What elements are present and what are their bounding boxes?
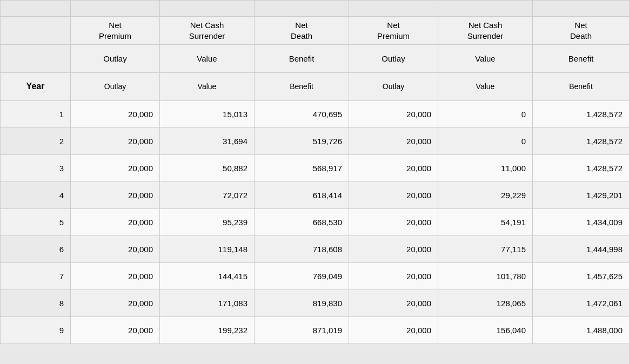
cell-np2: 20,000 <box>349 155 438 182</box>
header-empty-4 <box>349 1 438 17</box>
cell-ncs2: 54,191 <box>438 209 533 236</box>
cell-ncs1: 171,083 <box>160 290 255 317</box>
cell-np1: 20,000 <box>71 263 160 290</box>
header-value-1: Value <box>160 45 255 73</box>
cell-np2: 20,000 <box>349 317 438 344</box>
cell-year: 9 <box>1 317 71 344</box>
header-net-death-1: NetDeath <box>255 17 349 45</box>
cell-year: 1 <box>1 101 71 128</box>
header-benefit-label-1: Benefit <box>255 73 349 101</box>
cell-ndb2: 1,434,009 <box>533 209 630 236</box>
cell-np1: 20,000 <box>71 128 160 155</box>
header-outlay-label-2: Outlay <box>349 73 438 101</box>
cell-ncs2: 0 <box>438 101 533 128</box>
cell-ncs2: 101,780 <box>438 263 533 290</box>
table-wrapper: NetPremium Net CashSurrender NetDeath Ne… <box>0 0 629 344</box>
header-benefit-label-2: Benefit <box>533 73 630 101</box>
table-row: 620,000119,148718,60820,00077,1151,444,9… <box>1 236 630 263</box>
cell-ndb1: 769,049 <box>255 263 349 290</box>
cell-ndb2: 1,428,572 <box>533 155 630 182</box>
cell-ncs1: 144,415 <box>160 263 255 290</box>
header-empty-0 <box>1 1 71 17</box>
financial-table: NetPremium Net CashSurrender NetDeath Ne… <box>0 0 629 344</box>
header-net-premium-1: NetPremium <box>71 17 160 45</box>
cell-ndb1: 568,917 <box>255 155 349 182</box>
cell-ndb1: 668,530 <box>255 209 349 236</box>
cell-np1: 20,000 <box>71 317 160 344</box>
cell-ncs2: 77,115 <box>438 236 533 263</box>
cell-ncs1: 31,694 <box>160 128 255 155</box>
cell-year: 2 <box>1 128 71 155</box>
cell-np1: 20,000 <box>71 290 160 317</box>
cell-year: 5 <box>1 209 71 236</box>
cell-ndb2: 1,457,625 <box>533 263 630 290</box>
table-row: 120,00015,013470,69520,00001,428,572 <box>1 101 630 128</box>
header-net-cash-surrender-1: Net CashSurrender <box>160 17 255 45</box>
table-row: 720,000144,415769,04920,000101,7801,457,… <box>1 263 630 290</box>
table-row: 320,00050,882568,91720,00011,0001,428,57… <box>1 155 630 182</box>
header-year-empty-2 <box>1 45 71 73</box>
header-row-1: NetPremium Net CashSurrender NetDeath Ne… <box>1 17 630 45</box>
cell-ndb1: 819,830 <box>255 290 349 317</box>
header-value-label-1: Value <box>160 73 255 101</box>
cell-np2: 20,000 <box>349 236 438 263</box>
cell-ndb1: 871,019 <box>255 317 349 344</box>
cell-ndb1: 718,608 <box>255 236 349 263</box>
table-body: 120,00015,013470,69520,00001,428,572220,… <box>1 101 630 344</box>
header-outlay-label-1: Outlay <box>71 73 160 101</box>
header-value-2: Value <box>438 45 533 73</box>
cell-year: 8 <box>1 290 71 317</box>
cell-ncs1: 15,013 <box>160 101 255 128</box>
header-benefit-2: Benefit <box>533 45 630 73</box>
table-row: 420,00072,072618,41420,00029,2291,429,20… <box>1 182 630 209</box>
header-net-cash-surrender-2: Net CashSurrender <box>438 17 533 45</box>
header-net-premium-2: NetPremium <box>349 17 438 45</box>
header-empty-1 <box>71 1 160 17</box>
cell-ncs2: 0 <box>438 128 533 155</box>
cell-ndb2: 1,428,572 <box>533 101 630 128</box>
cell-year: 4 <box>1 182 71 209</box>
cell-ndb1: 618,414 <box>255 182 349 209</box>
cell-ncs2: 156,040 <box>438 317 533 344</box>
cell-ndb1: 470,695 <box>255 101 349 128</box>
header-outlay-2: Outlay <box>349 45 438 73</box>
header-outlay-1: Outlay <box>71 45 160 73</box>
cell-year: 3 <box>1 155 71 182</box>
cell-ncs2: 29,229 <box>438 182 533 209</box>
cell-ndb2: 1,488,000 <box>533 317 630 344</box>
cell-ndb2: 1,429,201 <box>533 182 630 209</box>
cell-ndb2: 1,444,998 <box>533 236 630 263</box>
cell-np1: 20,000 <box>71 209 160 236</box>
cell-np2: 20,000 <box>349 101 438 128</box>
cell-year: 7 <box>1 263 71 290</box>
cell-ncs1: 119,148 <box>160 236 255 263</box>
header-row-2: Outlay Value Benefit Outlay Value Benefi… <box>1 45 630 73</box>
cell-np2: 20,000 <box>349 290 438 317</box>
header-year-label: Year <box>1 73 71 101</box>
cell-np1: 20,000 <box>71 182 160 209</box>
table-row: 820,000171,083819,83020,000128,0651,472,… <box>1 290 630 317</box>
header-value-label-2: Value <box>438 73 533 101</box>
cell-ndb2: 1,472,061 <box>533 290 630 317</box>
header-year-empty <box>1 17 71 45</box>
cell-np1: 20,000 <box>71 155 160 182</box>
header-empty-5 <box>438 1 533 17</box>
cell-np2: 20,000 <box>349 209 438 236</box>
cell-ncs1: 95,239 <box>160 209 255 236</box>
cell-ncs2: 11,000 <box>438 155 533 182</box>
cell-ncs2: 128,065 <box>438 290 533 317</box>
cell-ncs1: 50,882 <box>160 155 255 182</box>
cell-np1: 20,000 <box>71 101 160 128</box>
cell-np2: 20,000 <box>349 128 438 155</box>
cell-year: 6 <box>1 236 71 263</box>
header-net-death-2: NetDeath <box>533 17 630 45</box>
cell-np1: 20,000 <box>71 236 160 263</box>
cell-ncs1: 72,072 <box>160 182 255 209</box>
table-row: 920,000199,232871,01920,000156,0401,488,… <box>1 317 630 344</box>
cell-ndb2: 1,428,572 <box>533 128 630 155</box>
header-row-0 <box>1 1 630 17</box>
cell-np2: 20,000 <box>349 263 438 290</box>
header-benefit-1: Benefit <box>255 45 349 73</box>
cell-ncs1: 199,232 <box>160 317 255 344</box>
header-empty-2 <box>160 1 255 17</box>
